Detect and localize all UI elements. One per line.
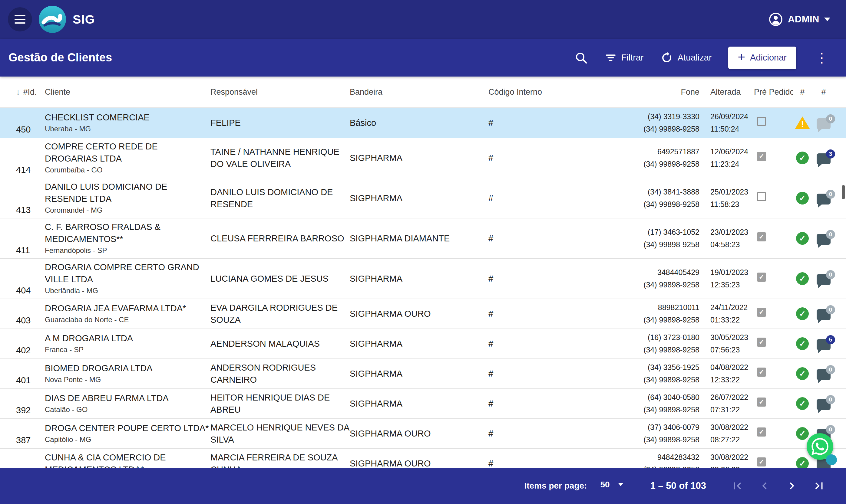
chat-button[interactable]: 0 — [817, 369, 831, 380]
pre-pedido-checkbox[interactable] — [757, 397, 766, 407]
overflow-menu-button[interactable]: ⋮ — [813, 51, 831, 65]
pre-pedido-checkbox[interactable] — [757, 152, 766, 161]
chat-button[interactable]: 0 — [817, 274, 831, 285]
last-page-button[interactable] — [811, 478, 827, 494]
chat-cell: 0 — [811, 397, 836, 410]
client-cell: DIAS DE ABREU FARMA LTDA Catalão - GO — [45, 392, 210, 415]
table-row[interactable]: 413 DANILO LUIS DOMICIANO DE RESENDE LTD… — [0, 178, 846, 218]
chat-button[interactable]: 0 — [817, 118, 831, 129]
pagination-controls — [729, 478, 827, 494]
menu-button[interactable] — [8, 7, 32, 32]
client-phone-1: (64) 3040-0580 — [621, 391, 700, 403]
table-row[interactable]: CUNHA & CIA COMERCIO DE MEDICAMENTOS LTD… — [0, 449, 846, 468]
status-cell: ✓ — [793, 457, 811, 468]
pre-pedido-checkbox[interactable] — [757, 308, 766, 317]
chat-button[interactable]: 0 — [817, 194, 831, 204]
chat-button[interactable]: 5 — [817, 339, 831, 350]
chat-badge-count: 0 — [826, 425, 835, 434]
table-row[interactable]: 403 DROGARIA JEA EVAFARMA LTDA* Guaracia… — [0, 299, 846, 329]
pre-pedido-checkbox[interactable] — [757, 428, 766, 436]
header-id[interactable]: ↓ #Id. — [16, 87, 45, 97]
chat-button[interactable]: 3 — [817, 154, 831, 164]
table-row[interactable]: 392 DIAS DE ABREU FARMA LTDA Catalão - G… — [0, 389, 846, 419]
header-alterada[interactable]: Alterada — [706, 87, 754, 97]
last-page-icon — [812, 479, 826, 493]
client-cell: CUNHA & CIA COMERCIO DE MEDICAMENTOS LTD… — [45, 451, 210, 468]
client-codigo-interno: # — [488, 457, 621, 468]
client-phones: (34) 3319-3330 (34) 99898-9258 — [621, 110, 706, 135]
pre-pedido-cell — [754, 273, 793, 285]
pre-pedido-checkbox[interactable] — [757, 273, 766, 282]
pre-pedido-checkbox[interactable] — [757, 192, 766, 201]
check-circle-icon: ✓ — [796, 427, 809, 440]
header-fone[interactable]: Fone — [621, 87, 706, 97]
header-bandeira[interactable]: Bandeira — [350, 87, 488, 97]
client-updated: 24/11/2022 01:33:22 — [706, 301, 754, 326]
client-name: DROGARIA JEA EVAFARMA LTDA* — [45, 302, 210, 314]
items-per-page-value: 50 — [600, 480, 609, 489]
table-row[interactable]: 404 DROGARIA COMPRE CERTO GRAND VILLE LT… — [0, 259, 846, 299]
pre-pedido-checkbox[interactable] — [757, 232, 766, 241]
table-row[interactable]: 401 BIOMED DROGARIA LTDA Nova Ponte - MG… — [0, 359, 846, 389]
dropdown-caret-icon — [618, 483, 623, 486]
client-updated-date: 04/08/2022 — [710, 361, 754, 374]
status-cell: ✓ — [793, 151, 811, 164]
toolbar-actions: Filtrar Atualizar + Adicionar ⋮ — [574, 47, 831, 69]
pagination-bar: Items per page: 50 1 – 50 of 103 — [0, 468, 846, 504]
client-codigo-interno: # — [488, 117, 621, 129]
pre-pedido-checkbox[interactable] — [757, 367, 766, 377]
items-per-page-select[interactable]: 50 — [597, 480, 625, 492]
client-updated-date: 30/05/2023 — [710, 331, 754, 344]
filter-button[interactable]: Filtrar — [604, 51, 644, 64]
user-menu[interactable]: ADMIN — [767, 12, 832, 27]
header-cliente[interactable]: Cliente — [45, 87, 210, 97]
client-id: 413 — [16, 204, 45, 216]
header-codigo-interno[interactable]: Código Interno — [488, 87, 621, 97]
client-id: 404 — [16, 285, 45, 296]
client-phone-2: (34) 99898-9258 — [621, 314, 700, 326]
client-bandeira: SIGPHARMA — [350, 273, 488, 285]
pre-pedido-checkbox[interactable] — [757, 457, 766, 467]
search-button[interactable] — [574, 51, 588, 65]
header-status[interactable]: # — [793, 87, 811, 97]
client-bandeira: SIGPHARMA DIAMANTE — [350, 232, 488, 245]
chevron-left-icon — [758, 479, 772, 493]
add-button[interactable]: + Adicionar — [728, 47, 796, 69]
refresh-button[interactable]: Atualizar — [660, 51, 712, 65]
client-bandeira: SIGPHARMA — [350, 338, 488, 350]
client-city: Nova Ponte - MG — [45, 374, 210, 385]
pre-pedido-checkbox[interactable] — [757, 338, 766, 347]
client-city: Coromandel - MG — [45, 205, 210, 216]
header-pre-pedido[interactable]: Pré Pedido — [754, 87, 793, 97]
table-row[interactable]: 387 DROGA CENTER POUPE CERTO LTDA* Capit… — [0, 419, 846, 449]
user-label: ADMIN — [788, 14, 819, 25]
whatsapp-badge — [826, 454, 837, 465]
header-chat[interactable]: # — [811, 87, 836, 97]
header-responsavel[interactable]: Responsável — [210, 87, 350, 97]
pre-pedido-cell — [754, 428, 793, 439]
chat-button[interactable]: 0 — [817, 234, 831, 245]
client-cell: DROGA CENTER POUPE CERTO LTDA* Capitólio… — [45, 422, 210, 445]
client-responsavel: MARCIA FERREIRA DE SOUZA CUNHA — [210, 451, 350, 468]
first-page-button[interactable] — [729, 478, 745, 494]
table-row[interactable]: 414 COMPRE CERTO REDE DE DROGARIAS LTDA … — [0, 138, 846, 178]
client-updated: 30/08/2022 08:26:22 — [706, 451, 754, 468]
chat-button[interactable]: 0 — [817, 399, 831, 410]
scrollbar-thumb[interactable] — [842, 185, 845, 199]
next-page-button[interactable] — [783, 478, 800, 494]
client-bandeira: SIGPHARMA OURO — [350, 457, 488, 468]
chevron-right-icon — [785, 479, 799, 493]
client-responsavel: AENDERSON MALAQUIAS — [210, 338, 350, 350]
table-row[interactable]: 411 C. F. BARROSO FRALDAS & MEDICAMENTOS… — [0, 218, 846, 259]
table-row[interactable]: 450 CHECKLIST COMERCIAE Uberaba - MG FEL… — [0, 108, 846, 138]
table-row[interactable]: 402 A M DROGARIA LTDA Franca - SP AENDER… — [0, 329, 846, 359]
chat-badge-count: 0 — [826, 190, 835, 199]
client-phone-2: (34) 99898-9258 — [621, 403, 700, 416]
whatsapp-button[interactable] — [807, 433, 833, 460]
previous-page-button[interactable] — [756, 478, 773, 494]
client-name: DANILO LUIS DOMICIANO DE RESENDE LTDA — [45, 181, 210, 205]
client-bandeira: SIGPHARMA — [350, 397, 488, 410]
chat-button[interactable]: 0 — [817, 309, 831, 320]
chat-badge-count: 0 — [826, 270, 835, 279]
pre-pedido-checkbox[interactable] — [757, 117, 766, 126]
